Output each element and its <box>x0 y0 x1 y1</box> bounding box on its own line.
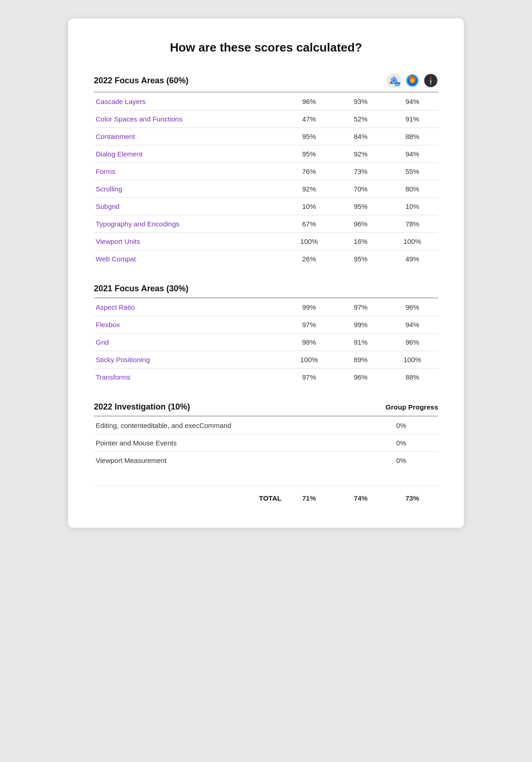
page-title: How are these scores calculated? <box>94 40 438 55</box>
section-2021-header: 2021 Focus Areas (30%) <box>94 284 438 297</box>
score-firefox: 52% <box>335 110 387 128</box>
score-chrome: 98% <box>283 334 335 351</box>
score-firefox: 16% <box>335 233 387 250</box>
score-safari: 10% <box>387 198 438 215</box>
total-score-1: 71% <box>283 486 335 506</box>
table-row: Color Spaces and Functions 47% 52% 91% <box>94 110 438 128</box>
section-investigation: 2022 Investigation (10%) Group Progress … <box>94 402 438 469</box>
table-row: Typography and Encodings 67% 96% 78% <box>94 215 438 233</box>
chrome-dev-icon: DEV <box>387 73 401 88</box>
row-label[interactable]: Web Compat <box>94 250 283 268</box>
score-firefox: 97% <box>335 299 387 316</box>
score-safari: 88% <box>387 128 438 145</box>
row-label[interactable]: Transforms <box>94 369 283 386</box>
score-firefox: 92% <box>335 145 387 163</box>
score-safari: 94% <box>387 93 438 110</box>
score-chrome: 96% <box>283 93 335 110</box>
row-label[interactable]: Subgrid <box>94 198 283 215</box>
row-label[interactable]: Viewport Units <box>94 233 283 250</box>
score-firefox: 99% <box>335 316 387 334</box>
score-firefox: 96% <box>335 369 387 386</box>
total-table: TOTAL 71% 74% 73% <box>94 485 438 506</box>
table-row: Forms 76% 73% 55% <box>94 163 438 180</box>
score-safari: 94% <box>387 145 438 163</box>
table-row: Viewport Units 100% 16% 100% <box>94 233 438 250</box>
firefox-icon <box>405 73 420 88</box>
score-group: 0% <box>364 417 438 434</box>
score-chrome: 10% <box>283 198 335 215</box>
group-progress-label: Group Progress <box>386 403 438 411</box>
table-row: Viewport Measurement 0% <box>94 452 438 469</box>
score-chrome: 99% <box>283 299 335 316</box>
score-firefox: 96% <box>335 215 387 233</box>
section-2022-table: Cascade Layers 96% 93% 94% Color Spaces … <box>94 92 438 267</box>
score-firefox: 93% <box>335 93 387 110</box>
score-safari: 96% <box>387 299 438 316</box>
row-label[interactable]: Color Spaces and Functions <box>94 110 283 128</box>
table-row: Scrolling 92% 70% 80% <box>94 180 438 198</box>
table-row: Containment 95% 84% 88% <box>94 128 438 145</box>
row-label[interactable]: Flexbox <box>94 316 283 334</box>
score-safari: 96% <box>387 334 438 351</box>
row-label[interactable]: Typography and Encodings <box>94 215 283 233</box>
table-row: Pointer and Mouse Events 0% <box>94 434 438 452</box>
score-safari: 100% <box>387 351 438 369</box>
browser-icons-2022: DEV <box>387 73 438 88</box>
score-safari: 100% <box>387 233 438 250</box>
row-label: Pointer and Mouse Events <box>94 434 364 452</box>
row-label[interactable]: Forms <box>94 163 283 180</box>
section-2022: 2022 Focus Areas (60%) <box>94 73 438 267</box>
row-label[interactable]: Grid <box>94 334 283 351</box>
table-row: Subgrid 10% 95% 10% <box>94 198 438 215</box>
score-safari: 80% <box>387 180 438 198</box>
section-2022-title: 2022 Focus Areas (60%) <box>94 76 188 86</box>
svg-point-5 <box>392 79 396 82</box>
row-label[interactable]: Aspect Ratio <box>94 299 283 316</box>
table-row: Web Compat 26% 95% 49% <box>94 250 438 268</box>
row-label[interactable]: Containment <box>94 128 283 145</box>
score-chrome: 100% <box>283 233 335 250</box>
score-safari: 94% <box>387 316 438 334</box>
score-firefox: 89% <box>335 351 387 369</box>
svg-point-19 <box>430 80 432 81</box>
score-card: How are these scores calculated? 2022 Fo… <box>68 18 464 528</box>
score-chrome: 100% <box>283 351 335 369</box>
score-safari: 78% <box>387 215 438 233</box>
safari-icon <box>423 73 438 88</box>
score-chrome: 97% <box>283 369 335 386</box>
score-firefox: 95% <box>335 250 387 268</box>
table-row: Grid 98% 91% 96% <box>94 334 438 351</box>
table-row: Sticky Positioning 100% 89% 100% <box>94 351 438 369</box>
score-chrome: 95% <box>283 128 335 145</box>
score-safari: 91% <box>387 110 438 128</box>
table-row: Flexbox 97% 99% 94% <box>94 316 438 334</box>
section-investigation-title: 2022 Investigation (10%) <box>94 402 190 412</box>
table-row: Aspect Ratio 99% 97% 96% <box>94 299 438 316</box>
score-firefox: 70% <box>335 180 387 198</box>
table-row: Transforms 97% 96% 88% <box>94 369 438 386</box>
score-firefox: 95% <box>335 198 387 215</box>
score-firefox: 91% <box>335 334 387 351</box>
score-group: 0% <box>364 452 438 469</box>
score-safari: 55% <box>387 163 438 180</box>
score-group: 0% <box>364 434 438 452</box>
score-chrome: 76% <box>283 163 335 180</box>
section-investigation-table: Editing, contenteditable, and execComman… <box>94 416 438 469</box>
row-label[interactable]: Dialog Element <box>94 145 283 163</box>
score-safari: 88% <box>387 369 438 386</box>
score-chrome: 67% <box>283 215 335 233</box>
row-label: Editing, contenteditable, and execComman… <box>94 417 364 434</box>
score-chrome: 47% <box>283 110 335 128</box>
score-firefox: 84% <box>335 128 387 145</box>
score-safari: 49% <box>387 250 438 268</box>
row-label[interactable]: Scrolling <box>94 180 283 198</box>
row-label[interactable]: Cascade Layers <box>94 93 283 110</box>
svg-point-11 <box>411 79 414 82</box>
section-2021: 2021 Focus Areas (30%) Aspect Ratio 99% … <box>94 284 438 386</box>
score-chrome: 95% <box>283 145 335 163</box>
score-firefox: 73% <box>335 163 387 180</box>
row-label[interactable]: Sticky Positioning <box>94 351 283 369</box>
total-row: TOTAL 71% 74% 73% <box>94 486 438 506</box>
table-row: Cascade Layers 96% 93% 94% <box>94 93 438 110</box>
score-chrome: 26% <box>283 250 335 268</box>
